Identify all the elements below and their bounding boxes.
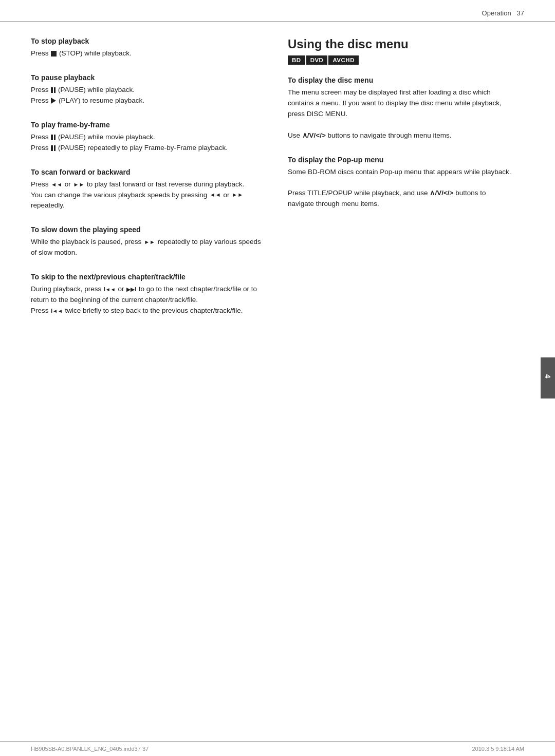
- disc-badges: BD DVD AVCHD: [288, 55, 514, 65]
- section-title-stop: To stop playback: [31, 37, 267, 45]
- section-body-disc-menu: The menu screen may be displayed first a…: [288, 87, 514, 141]
- section-title-disc-menu: To display the disc menu: [288, 76, 514, 84]
- fastforward-icon: [73, 180, 85, 189]
- section-body-slow: While the playback is paused, press repe…: [31, 237, 267, 258]
- section-title-scan: To scan forward or backward: [31, 168, 267, 176]
- section-title-popup: To display the Pop-up menu: [288, 156, 514, 164]
- badge-dvd: DVD: [306, 55, 328, 65]
- pause-icon-1: [51, 87, 55, 93]
- fastforward-icon-2: [232, 191, 243, 199]
- section-body-stop: Press (STOP) while playback.: [31, 48, 267, 59]
- ff-icon-slow: [144, 238, 155, 247]
- side-tab: 4 Operation: [541, 357, 555, 399]
- section-body-popup: Some BD-ROM discs contain Pop-up menu th…: [288, 167, 514, 210]
- next-icon: [126, 286, 136, 294]
- section-body-scan: Press or to play fast forward or fast re…: [31, 179, 267, 212]
- pause-icon-3: [51, 145, 55, 151]
- pause-icon-2: [51, 135, 55, 140]
- section-title-pause: To pause playback: [31, 73, 267, 82]
- left-column: To stop playback Press (STOP) while play…: [31, 37, 267, 331]
- section-body-skip: During playback, press or to go to the n…: [31, 284, 267, 316]
- footer-right: 2010.3.5 9:18:14 AM: [472, 746, 524, 752]
- footer-left: HB905SB-A0.BPANLLK_ENG_0405.indd37 37: [31, 746, 149, 752]
- right-column: Using the disc menu BD DVD AVCHD To disp…: [288, 37, 514, 331]
- page-footer: HB905SB-A0.BPANLLK_ENG_0405.indd37 37 20…: [0, 741, 555, 756]
- section-scan: To scan forward or backward Press or to …: [31, 168, 267, 212]
- page-number: 37: [517, 9, 524, 17]
- stop-icon: [51, 51, 57, 56]
- page-header: Operation 37: [0, 0, 555, 22]
- header-label: Operation: [482, 9, 511, 17]
- section-slow-down: To slow down the playing speed While the…: [31, 225, 267, 258]
- section-pause-playback: To pause playback Press (PAUSE) while pl…: [31, 73, 267, 106]
- section-frame-by-frame: To play frame-by-frame Press (PAUSE) whi…: [31, 121, 267, 154]
- section-skip: To skip to the next/previous chapter/tra…: [31, 273, 267, 316]
- prev-icon-2: [51, 307, 63, 315]
- section-popup-menu: To display the Pop-up menu Some BD-ROM d…: [288, 156, 514, 210]
- play-icon: [51, 98, 56, 104]
- section-display-disc-menu: To display the disc menu The menu screen…: [288, 76, 514, 141]
- section-body-fbf: Press (PAUSE) while movie playback. Pres…: [31, 132, 267, 154]
- rewind-icon-2: [210, 191, 221, 199]
- section-title-slow: To slow down the playing speed: [31, 225, 267, 234]
- section-title-fbf: To play frame-by-frame: [31, 121, 267, 129]
- disc-menu-title: Using the disc menu: [288, 37, 514, 51]
- side-tab-label: Operation: [534, 366, 541, 390]
- badge-avchd: AVCHD: [328, 55, 359, 65]
- section-body-pause: Press (PAUSE) while playback. Press (PLA…: [31, 85, 267, 106]
- section-stop-playback: To stop playback Press (STOP) while play…: [31, 37, 267, 59]
- badge-bd: BD: [288, 55, 305, 65]
- main-content: To stop playback Press (STOP) while play…: [0, 22, 555, 346]
- header-text: Operation 37: [482, 9, 524, 17]
- rewind-icon: [51, 180, 62, 189]
- prev-icon: [104, 286, 116, 294]
- section-title-skip: To skip to the next/previous chapter/tra…: [31, 273, 267, 281]
- side-tab-number: 4: [544, 374, 552, 379]
